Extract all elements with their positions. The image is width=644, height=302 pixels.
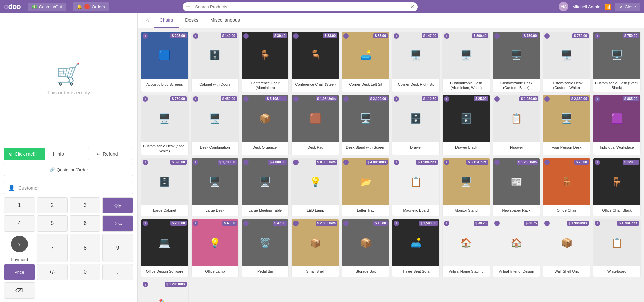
info-button[interactable]: ℹ Info: [48, 148, 89, 160]
key-6[interactable]: 6: [70, 215, 101, 232]
info-badge[interactable]: i: [343, 221, 349, 226]
info-badge[interactable]: i: [143, 33, 148, 39]
info-badge[interactable]: i: [293, 96, 299, 102]
product-card[interactable]: i $ 2.83/Units 📦 Small Shelf: [291, 219, 339, 278]
home-tab[interactable]: ⌂: [141, 14, 154, 28]
product-card[interactable]: i $ 1.98/Units 📦 Wall Shelf Unit: [543, 219, 590, 278]
product-card[interactable]: i $ 450.00 🖥️ Desk Combination: [191, 95, 239, 155]
product-card[interactable]: i $ 4,000.00 🖥️ Large Meeting Table: [241, 158, 289, 216]
cash-in-out-button[interactable]: 💵 Cash In/Out: [28, 3, 66, 11]
info-badge[interactable]: i: [544, 33, 550, 39]
product-card[interactable]: i $ 1,799.00 🖥️ Large Desk: [191, 158, 239, 216]
info-badge[interactable]: i: [343, 33, 349, 39]
qty-button[interactable]: Qty: [102, 197, 133, 213]
product-card[interactable]: i $ 70.00 🪑 Office Chair: [543, 158, 590, 216]
info-badge[interactable]: i: [193, 160, 198, 165]
info-badge[interactable]: i: [243, 221, 249, 226]
info-badge[interactable]: i: [544, 221, 550, 226]
clickme-button[interactable]: ⊘ Click me!!!: [4, 148, 45, 160]
info-badge[interactable]: i: [193, 33, 198, 39]
product-card[interactable]: i $ 1.70/Units 📋 Whiteboard: [593, 219, 641, 278]
product-card[interactable]: i $ 885.00 🟪 Individual Workplace: [593, 95, 641, 155]
product-card[interactable]: i $ 30.75 🏠 Virtual Interior Design: [493, 219, 540, 278]
product-card[interactable]: i $ 47.00 🗑️ Pedal Bin: [241, 219, 289, 278]
info-badge[interactable]: i: [143, 282, 148, 287]
info-badge[interactable]: i: [243, 96, 249, 102]
info-badge[interactable]: i: [243, 33, 249, 39]
product-card[interactable]: i $ 3.19/Units 🖥️ Monitor Stand: [442, 158, 490, 216]
product-card[interactable]: i $ 750.00 🖥️ Customizable Desk (Custom,…: [493, 32, 540, 92]
payment-button[interactable]: ›: [11, 236, 28, 252]
product-card[interactable]: i $ 1.28/Units 📰 Newspaper Rack: [493, 158, 540, 216]
info-badge[interactable]: i: [293, 33, 299, 39]
info-badge[interactable]: i: [343, 96, 349, 102]
key-8[interactable]: 8: [70, 234, 101, 262]
info-badge[interactable]: i: [494, 221, 500, 226]
info-badge[interactable]: i: [293, 160, 299, 165]
tab-chairs[interactable]: Chairs: [154, 13, 179, 28]
tab-miscellaneous[interactable]: Miscellaneous: [204, 13, 246, 28]
info-badge[interactable]: i: [444, 33, 449, 39]
key-dot[interactable]: .: [102, 264, 133, 280]
key-4[interactable]: 4: [4, 215, 35, 232]
product-card[interactable]: i $ 120.50 🪑 Office Chair Black: [593, 158, 641, 216]
product-card[interactable]: i $ 140.00 🗄️ Cabinet with Doors: [191, 32, 239, 92]
product-card[interactable]: i $ 4.80/Units 📂 Letter Tray: [342, 158, 389, 216]
product-card[interactable]: i $ 15.80 📦 Storage Box: [342, 219, 389, 278]
product-card[interactable]: i $ 0.90/Units 💡 LED Lamp: [291, 158, 339, 216]
product-card[interactable]: i $ 1.20/Units ✏️ Whiteboard Pen: [141, 280, 189, 302]
info-badge[interactable]: i: [595, 96, 600, 102]
search-clear-icon[interactable]: ✕: [410, 4, 414, 10]
info-badge[interactable]: i: [595, 160, 600, 165]
info-badge[interactable]: i: [444, 96, 449, 102]
info-badge[interactable]: i: [544, 160, 550, 165]
product-card[interactable]: i $ 800.40 🖥️ Customizable Desk (Alumini…: [442, 32, 490, 92]
key-7[interactable]: 7: [37, 234, 68, 262]
info-badge[interactable]: i: [143, 96, 148, 102]
product-card[interactable]: i $ 280.00 💻 Office Design Software: [141, 219, 189, 278]
key-backspace[interactable]: ⌫: [4, 282, 35, 299]
product-card[interactable]: i $ 85.00 🛋️ Corner Desk Left Sit: [342, 32, 389, 92]
product-card[interactable]: i $ 1.98/Units 📋 Magnetic Board: [392, 158, 440, 216]
info-badge[interactable]: i: [343, 160, 349, 165]
search-input[interactable]: [183, 2, 418, 11]
product-card[interactable]: i $ 1.98/Units 🟫 Desk Pad: [291, 95, 339, 155]
info-badge[interactable]: i: [544, 96, 550, 102]
info-badge[interactable]: i: [394, 160, 399, 165]
key-5[interactable]: 5: [37, 215, 68, 232]
product-card[interactable]: i $ 2,100.00 🖥️ Desk Stand with Screen: [342, 95, 389, 155]
info-badge[interactable]: i: [595, 33, 600, 39]
product-card[interactable]: i $ 39.40 🪑 Conference Chair (Aluminium): [241, 32, 289, 92]
product-card[interactable]: i $ 750.00 🖥️ Customizable Desk (Steel, …: [141, 95, 189, 155]
product-card[interactable]: i $ 25.00 🗄️ Drawer Black: [442, 95, 490, 155]
tab-desks[interactable]: Desks: [179, 13, 204, 28]
refund-button[interactable]: ↩ Refund: [92, 148, 133, 160]
product-card[interactable]: i $ 750.00 🖥️ Customizable Desk (Steel, …: [593, 32, 641, 92]
product-card[interactable]: i $ 1,950.00 📋 Flipover: [493, 95, 540, 155]
info-badge[interactable]: i: [394, 33, 399, 39]
disc-button[interactable]: Disc: [102, 215, 133, 232]
product-card[interactable]: i $ 5.10/Units 📦 Desk Organizer: [241, 95, 289, 155]
info-badge[interactable]: i: [444, 221, 449, 226]
key-0[interactable]: 0: [70, 264, 101, 280]
close-button[interactable]: ✕ Close: [615, 3, 640, 11]
key-1[interactable]: 1: [4, 197, 35, 213]
product-card[interactable]: i $ 2,350.00 🖥️ Four Person Desk: [543, 95, 590, 155]
info-badge[interactable]: i: [243, 160, 249, 165]
key-plusminus[interactable]: +/-: [37, 264, 68, 280]
product-card[interactable]: i $ 295.00 🟦 Acoustic Bloc Screens: [141, 32, 189, 92]
info-badge[interactable]: i: [293, 221, 299, 226]
info-badge[interactable]: i: [595, 221, 600, 226]
product-card[interactable]: i $ 33.00 🪑 Conference Chair (Steel): [291, 32, 339, 92]
orders-button[interactable]: 🔔 1 Orders: [73, 2, 109, 11]
price-button[interactable]: Price: [4, 264, 35, 280]
product-card[interactable]: i $ 750.00 🖥️ Customizable Desk (Custom,…: [543, 32, 590, 92]
product-card[interactable]: i $ 320.00 🗄️ Large Cabinet: [141, 158, 189, 216]
product-card[interactable]: i $ 1,500.00 🛋️ Three-Seat Sofa: [392, 219, 440, 278]
key-3[interactable]: 3: [70, 197, 101, 213]
info-badge[interactable]: i: [143, 221, 148, 226]
info-badge[interactable]: i: [494, 96, 500, 102]
quotation-button[interactable]: 🔗 Quotation/Order: [4, 164, 133, 176]
product-card[interactable]: i $ 40.00 💡 Office Lamp: [191, 219, 239, 278]
info-badge[interactable]: i: [494, 33, 500, 39]
